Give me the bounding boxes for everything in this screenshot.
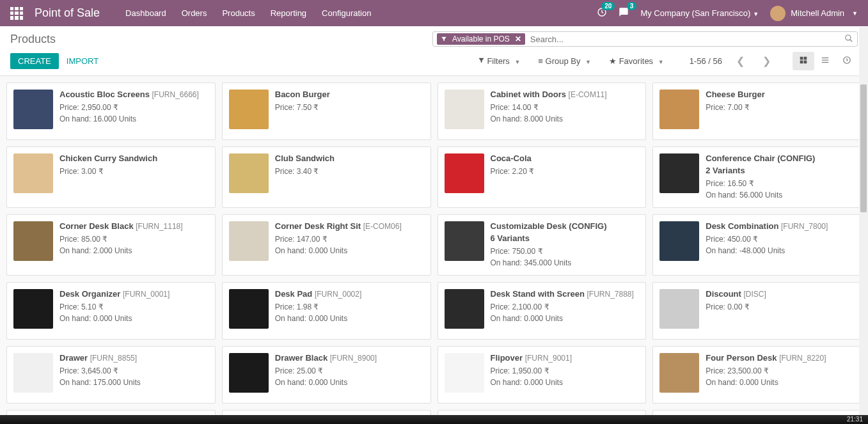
- menu-orders[interactable]: Orders: [182, 8, 207, 18]
- list-icon: ≡: [538, 56, 543, 66]
- product-card[interactable]: Customizable Desk (CONFIG) 6 VariantsPri…: [438, 214, 647, 276]
- menu-reporting[interactable]: Reporting: [271, 8, 306, 18]
- product-name: Club Sandwich: [275, 153, 424, 163]
- product-image: [229, 153, 269, 193]
- product-price: Price: 85.00 ₹: [59, 233, 209, 245]
- filter-icon: [441, 36, 447, 42]
- product-code: [FURN_0001]: [123, 290, 170, 299]
- product-code: [E-COM06]: [363, 222, 402, 231]
- product-image: [13, 289, 53, 329]
- facet-remove[interactable]: ✕: [515, 35, 521, 43]
- product-onhand: On hand: 0.000 Units: [275, 245, 424, 256]
- product-card[interactable]: Corner Desk Right Sit [E-COM06]Price: 14…: [222, 214, 431, 276]
- pager-next[interactable]: ❯: [759, 52, 775, 70]
- product-card[interactable]: Desk Combination [FURN_7800]Price: 450.0…: [652, 214, 862, 276]
- product-name: Corner Desk Black [FURN_1118]: [59, 221, 209, 231]
- groupby-dropdown[interactable]: ≡ Group By ▼: [538, 56, 591, 66]
- product-name: Cabinet with Doors [E-COM11]: [491, 90, 640, 99]
- user-menu[interactable]: Mitchell Admin▼: [770, 6, 858, 21]
- product-image: [229, 90, 269, 129]
- top-navbar: Point of Sale Dashboard Orders Products …: [0, 0, 868, 26]
- search-icon[interactable]: [844, 34, 853, 45]
- product-card[interactable]: Drawer [FURN_8855]Price: 3,645.00 ₹On ha…: [6, 346, 216, 404]
- product-name: Conference Chair (CONFIG): [706, 153, 855, 163]
- product-code: [FURN_1118]: [136, 222, 182, 231]
- vertical-scrollbar[interactable]: [859, 27, 868, 415]
- product-variants: 6 Variants: [491, 233, 640, 243]
- pager-text[interactable]: 1-56 / 56: [690, 56, 722, 66]
- product-image: [445, 289, 484, 329]
- product-card[interactable]: Acoustic Bloc Screens [FURN_6666]Price: …: [6, 82, 216, 140]
- menu-products[interactable]: Products: [222, 8, 255, 18]
- messages-badge: 3: [627, 2, 637, 10]
- view-kanban[interactable]: [793, 52, 814, 70]
- product-card[interactable]: Conference Chair (CONFIG) 2 VariantsPric…: [652, 146, 862, 208]
- nav-menu: Dashboard Orders Products Reporting Conf…: [125, 8, 371, 18]
- product-name: Coca-Cola: [491, 153, 640, 163]
- company-switcher[interactable]: My Company (San Francisco)▼: [640, 8, 759, 18]
- messages-icon[interactable]: 3: [619, 7, 629, 19]
- product-code: [FURN_8900]: [330, 354, 377, 363]
- product-card[interactable]: Desk Stand with Screen [FURN_7888]Price:…: [438, 282, 647, 340]
- pager-prev[interactable]: ❮: [732, 52, 748, 70]
- product-code: [FURN_0002]: [315, 290, 361, 299]
- product-card[interactable]: Corner Desk Black [FURN_1118]Price: 85.0…: [6, 214, 216, 276]
- svg-rect-3: [800, 57, 803, 60]
- product-card[interactable]: Cabinet with Doors [E-COM11]Price: 14.00…: [438, 82, 647, 140]
- menu-configuration[interactable]: Configuration: [322, 8, 371, 18]
- search-bar[interactable]: Available in POS ✕: [432, 31, 858, 47]
- product-image: [229, 221, 269, 261]
- product-card[interactable]: Flipover [FURN_9001]Price: 1,950.00 ₹On …: [438, 346, 647, 404]
- product-code: [FURN_7800]: [781, 222, 828, 231]
- search-input[interactable]: [530, 35, 844, 44]
- favorites-dropdown[interactable]: ★ Favorites ▼: [609, 56, 664, 66]
- product-card[interactable]: Desk Organizer [FURN_0001]Price: 5.10 ₹O…: [6, 282, 216, 340]
- product-image: [659, 153, 699, 193]
- product-onhand: On hand: 0.000 Units: [706, 377, 855, 388]
- product-card[interactable]: Coca-Cola Price: 2.20 ₹: [438, 146, 647, 208]
- apps-icon[interactable]: [10, 7, 23, 20]
- svg-point-1: [846, 35, 851, 40]
- product-price: Price: 750.00 ₹: [491, 246, 640, 257]
- filters-dropdown[interactable]: Filters ▼: [478, 56, 521, 66]
- product-image: [13, 353, 53, 393]
- os-taskbar[interactable]: [0, 415, 868, 424]
- product-card[interactable]: Cheese Burger Price: 7.00 ₹: [652, 82, 862, 140]
- product-onhand: On hand: 0.000 Units: [59, 313, 209, 324]
- scrollbar-thumb[interactable]: [860, 84, 867, 212]
- os-clock: 21:31: [847, 415, 863, 424]
- menu-dashboard[interactable]: Dashboard: [125, 8, 166, 18]
- product-onhand: On hand: 2.000 Units: [59, 245, 209, 256]
- product-card[interactable]: Bacon Burger Price: 7.50 ₹: [222, 82, 431, 140]
- view-activity[interactable]: [836, 52, 858, 70]
- product-card[interactable]: Chicken Curry Sandwich Price: 3.00 ₹: [6, 146, 216, 208]
- product-price: Price: 7.00 ₹: [706, 102, 855, 113]
- product-card[interactable]: Drawer Black [FURN_8900]Price: 25.00 ₹On…: [222, 346, 431, 404]
- import-button[interactable]: IMPORT: [59, 53, 106, 69]
- avatar: [770, 6, 785, 21]
- product-image: [445, 221, 484, 261]
- product-name: Customizable Desk (CONFIG): [491, 221, 640, 231]
- view-list[interactable]: [814, 52, 836, 70]
- product-card[interactable]: Club Sandwich Price: 3.40 ₹: [222, 146, 431, 208]
- product-price: Price: 7.50 ₹: [275, 102, 424, 113]
- product-image: [445, 90, 484, 129]
- product-price: Price: 14.00 ₹: [491, 102, 640, 113]
- product-card[interactable]: Four Person Desk [FURN_8220]Price: 23,50…: [652, 346, 862, 404]
- product-name: Chicken Curry Sandwich: [59, 153, 209, 163]
- product-code: [FURN_8220]: [779, 354, 826, 363]
- product-code: [FURN_7888]: [587, 290, 634, 299]
- product-card[interactable]: Desk Pad [FURN_0002]Price: 1.98 ₹On hand…: [222, 282, 431, 340]
- product-image: [445, 153, 484, 193]
- product-image: [659, 221, 699, 261]
- product-price: Price: 5.10 ₹: [59, 301, 209, 313]
- product-name: Desk Stand with Screen [FURN_7888]: [491, 289, 640, 299]
- create-button[interactable]: CREATE: [10, 53, 59, 69]
- product-name: Desk Pad [FURN_0002]: [275, 289, 424, 299]
- product-onhand: On hand: 16.000 Units: [59, 113, 209, 125]
- star-icon: ★: [609, 56, 617, 66]
- product-card[interactable]: Discount [DISC]Price: 0.00 ₹: [652, 282, 862, 340]
- breadcrumb: Products: [10, 33, 56, 46]
- search-facet: Available in POS ✕: [437, 33, 525, 45]
- activity-icon[interactable]: 20: [597, 7, 607, 19]
